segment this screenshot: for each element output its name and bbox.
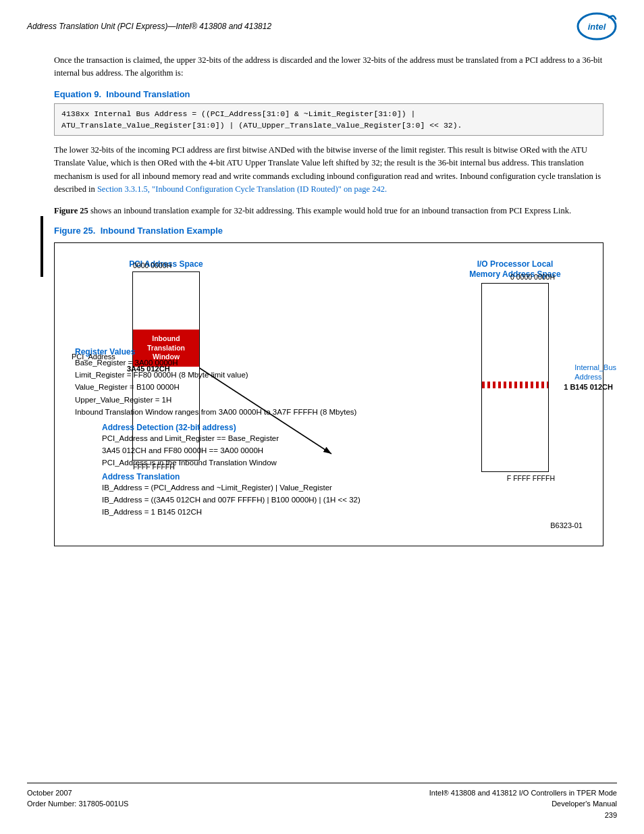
content-area: Once the transaction is claimed, the upp… bbox=[0, 47, 644, 563]
footer-doc-subtitle: Developer's Manual bbox=[429, 798, 617, 810]
reg-line2: Limit_Register = FF80 0000H (8 Mbyte lim… bbox=[75, 369, 583, 381]
addr-detect-lines: PCI_Address and Limit_Register == Base_R… bbox=[102, 432, 583, 469]
figure-diagram: PCI Address Space 0000 0000H Inbound Tra… bbox=[54, 242, 603, 546]
body-paragraph-1: The lower 32-bits of the incoming PCI ad… bbox=[54, 144, 603, 197]
intel-logo-icon: intel bbox=[576, 12, 617, 41]
footer-order: Order Number: 317805-001US bbox=[27, 798, 128, 810]
pci-addr-top: 0000 0000H bbox=[133, 261, 171, 269]
footer-left: October 2007 Order Number: 317805-001US bbox=[27, 787, 128, 821]
intro-paragraph: Once the transaction is claimed, the upp… bbox=[54, 54, 603, 80]
addr-trans-line1: IB_Address = (PCI_Address and ~Limit_Reg… bbox=[102, 481, 583, 494]
reg-line1: Base_Register = 3A00 0000H bbox=[75, 357, 583, 369]
reg-line3: Value_Register = B100 0000H bbox=[75, 381, 583, 393]
diagram-ref: B6323-01 bbox=[75, 521, 583, 529]
register-values-section: Register Values Base_Register = 3A00 000… bbox=[75, 347, 583, 529]
addr-detect-line3: PCI_Address is in the Inbound Translatio… bbox=[102, 457, 583, 469]
footer-right: Intel® 413808 and 413812 I/O Controllers… bbox=[429, 787, 617, 821]
footer-page-number: 239 bbox=[429, 810, 617, 821]
footer-doc-title: Intel® 413808 and 413812 I/O Controllers… bbox=[429, 787, 617, 799]
equation-label: Equation 9. bbox=[54, 89, 101, 99]
figure-heading: Figure 25. Inbound Translation Example bbox=[54, 226, 603, 236]
addr-detect-line1: PCI_Address and Limit_Register == Base_R… bbox=[102, 432, 583, 444]
page: Address Translation Unit (PCI Express)—I… bbox=[0, 0, 644, 834]
reg-line5: Inbound Translation Window ranges from 3… bbox=[75, 406, 583, 418]
reg-line4: Upper_Value_Register = 1H bbox=[75, 394, 583, 406]
addr-detection-section: Address Detection (32-bit address) PCI_A… bbox=[102, 423, 583, 519]
io-addr-top: 0 0000 0000H bbox=[510, 273, 555, 281]
header-title: Address Translation Unit (PCI Express)—I… bbox=[27, 22, 271, 31]
addr-trans-title: Address Translation bbox=[102, 472, 583, 481]
change-bar bbox=[41, 216, 43, 277]
addr-detect-line2: 3A45 012CH and FF80 0000H == 3A00 0000H bbox=[102, 444, 583, 457]
footer: October 2007 Order Number: 317805-001US … bbox=[27, 783, 617, 821]
equation-line2: ATU_Translate_Value_Register[31:0]) | (A… bbox=[61, 120, 596, 131]
header: Address Translation Unit (PCI Express)—I… bbox=[0, 0, 644, 47]
figure-title: Inbound Translation Example bbox=[98, 226, 223, 236]
addr-detect-title: Address Detection (32-bit address) bbox=[102, 423, 583, 432]
addr-trans-line3: IB_Address = 1 B145 012CH bbox=[102, 506, 583, 518]
equation-box: 4138xx Internal Bus Address = ((PCI_Addr… bbox=[54, 103, 603, 136]
reg-values-lines: Base_Register = 3A00 0000H Limit_Registe… bbox=[75, 357, 583, 419]
section-link[interactable]: Section 3.3.1.5, "Inbound Configuration … bbox=[97, 184, 387, 194]
body-paragraph-2: Figure 25 shows an inbound translation e… bbox=[54, 205, 603, 217]
equation-heading: Equation 9. Inbound Translation bbox=[54, 89, 603, 99]
equation-title: Inbound Translation bbox=[104, 89, 190, 99]
footer-date: October 2007 bbox=[27, 787, 128, 799]
reg-values-title: Register Values bbox=[75, 347, 583, 357]
addr-trans-line2: IB_Address = ((3A45 012CH and 007F FFFFH… bbox=[102, 494, 583, 506]
figure-label: Figure 25. bbox=[54, 226, 95, 236]
equation-line1: 4138xx Internal Bus Address = ((PCI_Addr… bbox=[61, 108, 596, 120]
figure-inner: PCI Address Space 0000 0000H Inbound Tra… bbox=[68, 253, 589, 536]
svg-text:intel: intel bbox=[588, 22, 606, 32]
addr-trans-lines: IB_Address = (PCI_Address and ~Limit_Reg… bbox=[102, 481, 583, 519]
figure-ref: Figure 25 bbox=[54, 206, 88, 215]
